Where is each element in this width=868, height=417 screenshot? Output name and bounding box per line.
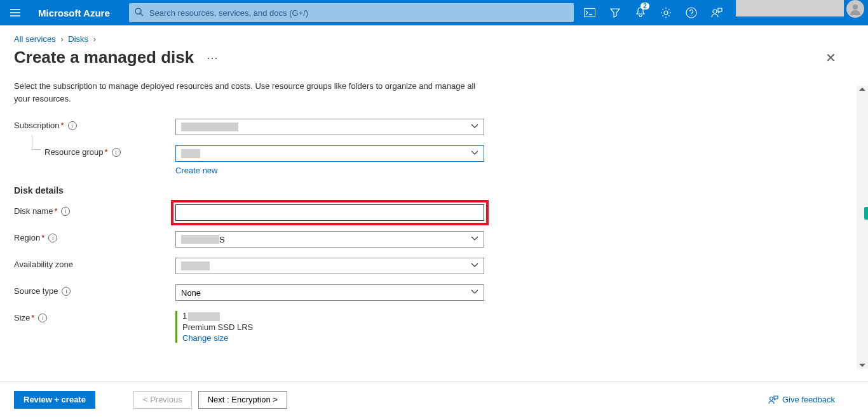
svg-point-3	[664, 11, 668, 15]
breadcrumb: All services › Disks ›	[0, 25, 868, 44]
subscription-label: Subscription* i	[14, 119, 175, 130]
info-icon[interactable]: i	[68, 121, 77, 130]
size-line-2: Premium SSD LRS	[182, 322, 484, 332]
resource-group-value-redacted	[181, 149, 200, 158]
svg-point-0	[135, 8, 141, 14]
info-icon[interactable]: i	[48, 234, 57, 242]
source-type-select[interactable]: None	[175, 284, 484, 301]
svg-point-5	[713, 10, 717, 13]
settings-button[interactable]	[653, 0, 679, 25]
scroll-up-icon	[859, 88, 865, 91]
filter-icon	[610, 8, 620, 18]
field-region: Region* i S	[14, 231, 854, 248]
chevron-down-icon	[471, 235, 478, 242]
hamburger-icon	[10, 9, 20, 17]
svg-rect-2	[585, 9, 595, 17]
breadcrumb-item-all-services[interactable]: All services	[14, 34, 56, 44]
create-new-link[interactable]: Create new	[175, 166, 484, 175]
availability-zone-value-redacted	[181, 261, 210, 270]
cloud-shell-button[interactable]	[577, 0, 602, 25]
close-button[interactable]: ✕	[825, 50, 836, 65]
subscription-value-redacted	[181, 122, 238, 131]
required-asterisk: *	[31, 313, 34, 322]
avatar[interactable]	[846, 0, 864, 18]
next-button[interactable]: Next : Encryption >	[198, 391, 287, 409]
source-type-label: Source type i	[14, 284, 175, 296]
required-asterisk: *	[105, 147, 108, 157]
disk-name-highlight	[171, 200, 489, 225]
top-icons: 2	[577, 0, 868, 25]
user-icon	[849, 3, 862, 15]
notification-badge: 2	[641, 3, 649, 10]
info-icon[interactable]: i	[38, 314, 47, 322]
availability-zone-select[interactable]	[175, 258, 484, 274]
chevron-down-icon	[471, 122, 478, 130]
more-actions-button[interactable]: ⋯	[207, 51, 218, 65]
resource-group-label: Resource group* i	[44, 145, 175, 157]
hamburger-menu-button[interactable]	[0, 0, 31, 25]
review-create-button[interactable]: Review + create	[14, 391, 95, 409]
chevron-down-icon	[471, 149, 478, 157]
breadcrumb-item-disks[interactable]: Disks	[68, 34, 88, 44]
size-info: 1 Premium SSD LRS Change size	[175, 311, 484, 343]
required-asterisk: *	[41, 233, 44, 242]
resource-group-select[interactable]	[175, 145, 484, 162]
change-size-link[interactable]: Change size	[182, 333, 484, 343]
chevron-right-icon: ›	[58, 34, 65, 44]
scroll-down-icon	[859, 364, 865, 367]
give-feedback-link[interactable]: Give feedback	[768, 395, 835, 405]
cloud-shell-icon	[584, 8, 595, 17]
disk-name-input[interactable]	[175, 204, 484, 221]
availability-zone-label: Availability zone	[14, 258, 175, 269]
chevron-right-icon: ›	[91, 34, 98, 44]
info-icon[interactable]: i	[112, 148, 121, 157]
search-icon	[134, 7, 144, 17]
svg-point-6	[853, 4, 858, 10]
intro-text: Select the subscription to manage deploy…	[14, 80, 484, 105]
field-subscription: Subscription* i	[14, 119, 854, 135]
search-input[interactable]	[129, 3, 574, 22]
field-size: Size* i 1 Premium SSD LRS Change size	[14, 311, 854, 343]
field-availability-zone: Availability zone	[14, 258, 854, 274]
subscription-select[interactable]	[175, 119, 484, 135]
brand-label: Microsoft Azure	[31, 8, 118, 18]
page-title: Create a managed disk	[14, 48, 194, 67]
top-bar: Microsoft Azure 2	[0, 0, 868, 25]
chevron-down-icon	[471, 288, 478, 296]
previous-button[interactable]: < Previous	[133, 391, 192, 409]
required-asterisk: *	[54, 206, 57, 216]
chevron-down-icon	[471, 261, 478, 269]
section-disk-details: Disk details	[14, 185, 854, 195]
size-label: Size* i	[14, 311, 175, 322]
region-label: Region* i	[14, 231, 175, 242]
side-tab[interactable]	[864, 207, 868, 220]
gear-icon	[660, 7, 672, 18]
svg-line-1	[140, 13, 143, 16]
feedback-top-button[interactable]	[704, 0, 729, 25]
field-source-type: Source type i None	[14, 284, 854, 301]
directory-filter-button[interactable]	[602, 0, 628, 25]
global-search	[129, 3, 574, 22]
required-asterisk: *	[61, 121, 64, 130]
svg-point-4	[686, 8, 696, 18]
notifications-button[interactable]: 2	[628, 0, 653, 25]
info-icon[interactable]: i	[62, 287, 71, 296]
form-content: Select the subscription to manage deploy…	[0, 76, 868, 394]
disk-name-label: Disk name* i	[14, 204, 175, 216]
region-value-redacted	[181, 235, 219, 244]
field-disk-name: Disk name* i	[14, 204, 854, 221]
field-resource-group: Resource group* i Create new	[14, 145, 854, 175]
person-feedback-icon	[711, 7, 722, 18]
help-icon	[686, 7, 697, 18]
help-button[interactable]	[679, 0, 704, 25]
person-feedback-icon	[768, 395, 778, 405]
info-icon[interactable]: i	[61, 207, 70, 216]
scrollbar[interactable]	[857, 86, 868, 369]
size-line-1: 1	[182, 311, 484, 321]
svg-point-7	[770, 397, 773, 400]
page-header: Create a managed disk ⋯ ✕	[0, 44, 868, 76]
wizard-footer: Review + create < Previous Next : Encryp…	[0, 381, 868, 417]
account-placeholder[interactable]	[736, 0, 844, 17]
region-select[interactable]: S	[175, 231, 484, 248]
